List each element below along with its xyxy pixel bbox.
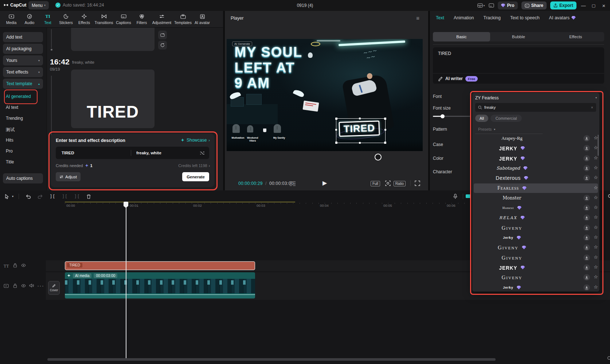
captions-layout-icon[interactable]	[489, 3, 494, 8]
minimize-button[interactable]: —	[580, 3, 587, 8]
delete-icon[interactable]	[86, 194, 91, 199]
download-icon[interactable]	[583, 214, 590, 221]
download-icon[interactable]	[583, 284, 590, 291]
prompt-input-row[interactable]: TIRED freaky, white	[56, 147, 209, 159]
prompt-text-value[interactable]: TIRED	[56, 151, 131, 155]
text-clip-tired[interactable]: TIRED	[65, 261, 255, 270]
credits-left[interactable]: Credits left 1198›	[178, 163, 210, 168]
pro-button[interactable]: Pro	[498, 1, 518, 9]
download-icon[interactable]	[583, 205, 590, 211]
tool-captions[interactable]: Captions	[114, 13, 133, 25]
generate-button[interactable]: Generate	[182, 172, 209, 181]
sidebar-title[interactable]: Title	[6, 159, 14, 165]
tired-text-overlay[interactable]: TIRED	[339, 120, 380, 137]
font-row[interactable]: Giveny☆	[474, 253, 598, 262]
selection-handle[interactable]	[335, 142, 337, 144]
more-icon[interactable]: ···	[37, 283, 44, 289]
ai-media-clip[interactable]: AI media 00:00:03:00	[65, 272, 255, 298]
sidebar-pro[interactable]: Pro	[6, 149, 13, 154]
font-row[interactable]: Honest☆	[474, 203, 598, 213]
showcase-link[interactable]: Showcase›	[180, 138, 210, 143]
selection-handle[interactable]	[384, 129, 386, 131]
tool-transitions[interactable]: Transitions	[93, 13, 114, 25]
sidebar-auto-captions[interactable]: Auto captions	[3, 173, 43, 183]
tool-stickers[interactable]: Stickers	[57, 13, 75, 25]
ai-writer-row[interactable]: AI writer Free	[433, 73, 604, 84]
download-icon[interactable]	[583, 175, 590, 181]
edit-icon[interactable]	[158, 31, 167, 39]
font-row[interactable]: JERKY☆	[474, 143, 598, 153]
export-button[interactable]: Export	[550, 1, 576, 9]
sidebar-text-template[interactable]: Text template▴	[3, 79, 43, 89]
tool-filters[interactable]: Filters	[133, 13, 151, 25]
zoom-search-icon[interactable]	[608, 194, 610, 199]
tool-templates[interactable]: Templates	[173, 13, 193, 25]
refresh-icon[interactable]	[158, 41, 167, 50]
download-icon[interactable]	[583, 264, 590, 271]
dropdown-scrollbar[interactable]	[598, 135, 599, 156]
close-button[interactable]: ×	[601, 3, 607, 9]
font-select[interactable]: ZY Fearless▾	[475, 94, 597, 102]
star-icon[interactable]: ☆	[594, 175, 598, 180]
download-icon[interactable]	[583, 274, 590, 281]
tool-effects[interactable]: Effects	[75, 13, 93, 25]
selection-handle[interactable]	[359, 142, 361, 144]
microphone-icon[interactable]	[453, 194, 457, 199]
delete-right-icon[interactable]: ][	[74, 194, 80, 199]
timeline-zoom-icon[interactable]	[607, 356, 610, 361]
timeline-horizontal-scrollbar[interactable]	[47, 358, 496, 361]
sidebar-ai-packaging[interactable]: AI packaging	[3, 44, 43, 54]
download-icon[interactable]	[583, 145, 590, 151]
font-size-slider[interactable]	[433, 116, 471, 117]
sidebar-ai-text[interactable]: AI text	[6, 105, 18, 110]
split-icon[interactable]: ][	[50, 194, 55, 199]
timeline-scale-control[interactable]	[466, 194, 471, 198]
subtab-bubble[interactable]: Bubble	[490, 32, 547, 41]
sidebar-yours[interactable]: Yours▾	[3, 55, 43, 66]
lock-icon[interactable]	[13, 284, 17, 288]
font-row-partial[interactable]: Jerky☆	[474, 283, 598, 292]
download-icon[interactable]	[583, 254, 590, 261]
video-preview[interactable]: 〜〜〜 〜〜 MY SOUL LEFT AT 9 AM Motivation W…	[227, 39, 423, 151]
redo-icon[interactable]	[38, 194, 43, 199]
font-row[interactable]: JERKY☆	[474, 154, 598, 163]
star-icon[interactable]: ☆	[594, 234, 598, 240]
tool-adjustment[interactable]: Adjustment	[151, 13, 173, 25]
font-row-selected[interactable]: Fearless☆	[474, 183, 598, 193]
tab-tracking[interactable]: Tracking	[484, 15, 501, 20]
star-icon[interactable]: ☆	[594, 165, 598, 170]
sidebar-hits[interactable]: Hits	[6, 138, 13, 143]
playhead-handle[interactable]	[124, 202, 128, 208]
star-icon[interactable]: ☆	[594, 214, 598, 220]
star-icon[interactable]: ☆	[594, 284, 598, 290]
download-icon[interactable]	[583, 244, 590, 251]
selection-handle[interactable]	[335, 118, 337, 120]
font-row[interactable]: Dexterous☆	[474, 173, 598, 183]
delete-left-icon[interactable]: ][	[62, 194, 68, 199]
sidebar-text-effects[interactable]: Text effects▾	[3, 67, 43, 77]
sidebar-ai-generated[interactable]: AI generated	[6, 94, 31, 99]
adjust-button[interactable]: Adjust	[56, 172, 81, 181]
font-search-input[interactable]: freaky ×	[475, 103, 596, 112]
undo-icon[interactable]	[26, 194, 31, 199]
full-button[interactable]: Full	[371, 181, 380, 186]
download-icon[interactable]	[583, 155, 590, 162]
star-icon[interactable]: ☆	[594, 244, 598, 250]
subtab-effects[interactable]: Effects	[547, 32, 604, 41]
filter-commercial[interactable]: Commercial	[490, 115, 522, 122]
font-row[interactable]: Monster☆	[474, 193, 598, 203]
star-icon[interactable]: ☆	[594, 205, 598, 210]
star-icon[interactable]: ☆	[594, 155, 598, 161]
subtab-basic[interactable]: Basic	[433, 32, 490, 41]
selection-handle[interactable]	[359, 118, 361, 119]
star-icon[interactable]: ☆	[594, 225, 598, 230]
download-icon[interactable]	[583, 195, 590, 201]
cover-button[interactable]: Cover	[48, 281, 60, 295]
sidebar-add-text[interactable]: Add text	[3, 32, 43, 42]
fullscreen-icon[interactable]	[415, 181, 420, 186]
playhead-line[interactable]	[126, 202, 126, 358]
download-icon[interactable]	[583, 135, 590, 142]
tool-media[interactable]: Media	[2, 13, 20, 25]
select-tool-chevron-icon[interactable]: ▾	[12, 195, 13, 198]
font-row[interactable]: Giveny☆	[474, 243, 598, 252]
